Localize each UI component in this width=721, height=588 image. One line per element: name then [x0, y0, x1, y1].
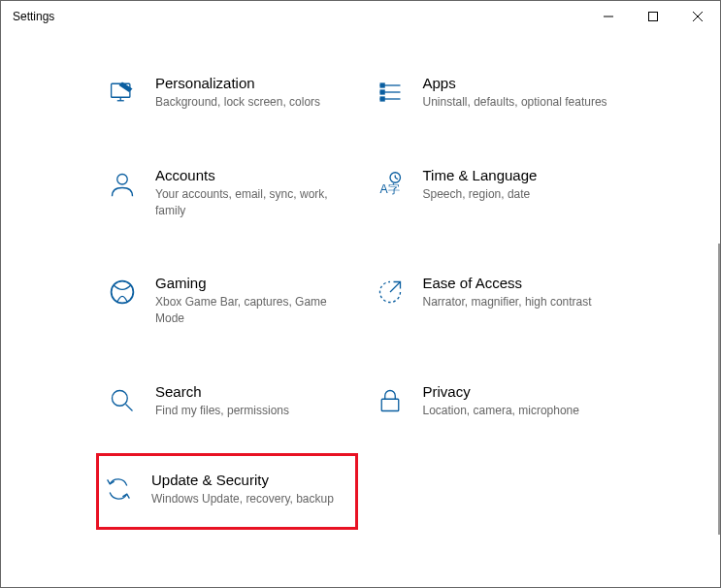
minimize-button[interactable] [586, 1, 631, 32]
search-icon [107, 385, 138, 416]
category-title: Time & Language [423, 167, 615, 183]
close-button[interactable] [675, 1, 720, 32]
category-text: Gaming Xbox Game Bar, captures, Game Mod… [155, 275, 347, 327]
category-title: Ease of Access [423, 275, 615, 291]
category-desc: Speech, region, date [423, 186, 615, 203]
svg-line-20 [126, 404, 133, 410]
time-language-icon: A字 [375, 169, 406, 200]
maximize-icon [648, 12, 658, 21]
category-desc: Xbox Game Bar, captures, Game Mode [155, 294, 347, 327]
category-grid: Personalization Background, lock screen,… [103, 71, 618, 507]
category-gaming[interactable]: Gaming Xbox Game Bar, captures, Game Mod… [103, 271, 351, 331]
category-privacy[interactable]: Privacy Location, camera, microphone [371, 379, 619, 423]
svg-rect-12 [379, 96, 384, 101]
window-title: Settings [13, 10, 586, 23]
category-text: Privacy Location, camera, microphone [423, 383, 615, 419]
category-title: Apps [423, 75, 615, 91]
category-desc: Background, lock screen, colors [155, 94, 347, 111]
svg-rect-10 [379, 82, 384, 87]
category-text: Ease of Access Narrator, magnifier, high… [423, 275, 615, 310]
window-controls [586, 1, 720, 32]
category-title: Update & Security [151, 472, 351, 488]
ease-of-access-icon [375, 277, 406, 308]
svg-point-18 [112, 281, 134, 304]
svg-rect-21 [381, 399, 399, 410]
svg-line-16 [395, 178, 398, 180]
accounts-icon [107, 169, 138, 200]
apps-icon [375, 77, 406, 108]
category-time-language[interactable]: A字 Time & Language Speech, region, date [371, 163, 619, 223]
category-text: Update & Security Windows Update, recove… [151, 472, 351, 507]
category-text: Time & Language Speech, region, date [423, 167, 615, 203]
category-desc: Uninstall, defaults, optional features [423, 94, 615, 111]
category-desc: Location, camera, microphone [423, 403, 615, 419]
category-text: Accounts Your accounts, email, sync, wor… [155, 167, 347, 219]
category-apps[interactable]: Apps Uninstall, defaults, optional featu… [371, 71, 619, 114]
svg-point-19 [113, 390, 128, 406]
category-desc: Your accounts, email, sync, work, family [155, 186, 347, 219]
svg-point-13 [117, 174, 128, 184]
personalization-icon [107, 77, 138, 108]
category-desc: Narrator, magnifier, high contrast [423, 294, 615, 310]
category-text: Apps Uninstall, defaults, optional featu… [423, 75, 615, 111]
category-title: Privacy [423, 383, 615, 400]
svg-rect-1 [649, 13, 658, 21]
category-desc: Find my files, permissions [155, 403, 347, 419]
update-security-icon [103, 474, 134, 505]
category-update-security[interactable]: Update & Security Windows Update, recove… [99, 456, 355, 527]
settings-content: Personalization Background, lock screen,… [1, 32, 720, 587]
category-title: Personalization [155, 75, 347, 91]
category-search[interactable]: Search Find my files, permissions [103, 379, 351, 423]
svg-text:A字: A字 [379, 182, 399, 196]
category-text: Search Find my files, permissions [155, 383, 347, 419]
svg-rect-11 [379, 89, 384, 94]
category-title: Search [155, 383, 347, 400]
titlebar: Settings [1, 1, 720, 32]
gaming-icon [107, 277, 138, 308]
category-personalization[interactable]: Personalization Background, lock screen,… [103, 71, 351, 114]
category-text: Personalization Background, lock screen,… [155, 75, 347, 111]
close-icon [693, 12, 703, 21]
category-accounts[interactable]: Accounts Your accounts, email, sync, wor… [103, 163, 351, 223]
category-title: Accounts [155, 167, 347, 183]
minimize-icon [604, 12, 613, 21]
category-title: Gaming [155, 275, 347, 291]
maximize-button[interactable] [631, 1, 675, 32]
category-desc: Windows Update, recovery, backup [151, 491, 351, 507]
privacy-icon [375, 385, 406, 416]
category-ease-of-access[interactable]: Ease of Access Narrator, magnifier, high… [371, 271, 619, 331]
scrollbar[interactable] [718, 244, 720, 535]
